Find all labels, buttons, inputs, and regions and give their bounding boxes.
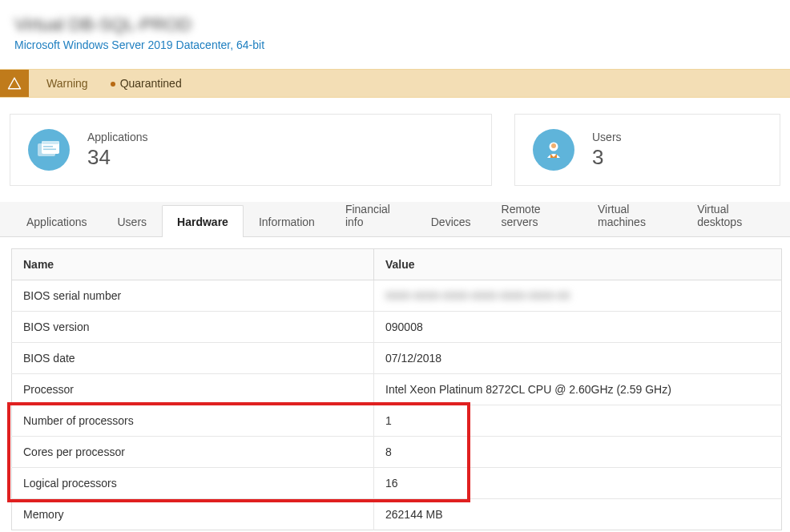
warning-label: Warning [46,77,88,90]
svg-rect-3 [43,146,53,147]
summary-cards: Applications 34 Users 3 [0,98,790,202]
tab-virtual-machines[interactable]: Virtual machines [582,192,682,237]
table-row: ProcessorIntel Xeon Platinum 8272CL CPU … [12,374,782,405]
os-subtitle[interactable]: Microsoft Windows Server 2019 Datacenter… [14,38,776,51]
users-count: 3 [592,145,622,170]
cell-value: 8 [374,437,782,468]
quarantine-status: Quarantined [111,77,182,90]
cell-value: 0000-0000-0000-0000-0000-0000-00 [374,280,782,312]
table-row: Cores per processor8 [12,437,782,468]
cell-value: 090008 [374,312,782,343]
tab-financial-info[interactable]: Financial info [330,192,416,237]
cell-name: Number of processors [12,405,374,437]
tabs-bar: ApplicationsUsersHardwareInformationFina… [0,202,790,237]
users-label: Users [592,131,622,143]
table-row: Number of processors1 [12,405,782,437]
applications-icon [28,129,70,171]
page-title: Virtual DB-SQL-PROD [14,14,776,35]
col-header-name[interactable]: Name [12,249,374,280]
tab-remote-servers[interactable]: Remote servers [486,192,582,237]
cell-name: Memory [12,499,374,530]
cell-value: 262144 MB [374,499,782,530]
cell-name: Logical processors [12,468,374,499]
cell-name: Processor [12,374,374,405]
tab-information[interactable]: Information [244,205,330,237]
applications-card[interactable]: Applications 34 [10,114,492,186]
cell-name: BIOS version [12,312,374,343]
tab-hardware[interactable]: Hardware [162,205,244,237]
cell-name: Cores per processor [12,437,374,468]
table-row: BIOS version090008 [12,312,782,343]
svg-rect-4 [43,149,56,151]
svg-point-6 [551,143,556,148]
table-row: BIOS serial number0000-0000-0000-0000-00… [12,280,782,312]
tab-users[interactable]: Users [103,205,163,237]
table-row: BIOS date07/12/2018 [12,343,782,374]
hardware-table: Name Value BIOS serial number0000-0000-0… [11,248,782,530]
cell-value: 16 [374,468,782,499]
svg-rect-2 [42,141,59,144]
hardware-table-wrap: Name Value BIOS serial number0000-0000-0… [0,237,790,530]
table-row: Memory262144 MB [12,499,782,530]
tab-virtual-desktops[interactable]: Virtual desktops [682,192,779,237]
tab-applications[interactable]: Applications [11,205,103,237]
users-icon [533,129,574,171]
cell-value: 07/12/2018 [374,343,782,374]
page-header: Virtual DB-SQL-PROD Microsoft Windows Se… [0,0,790,62]
table-row: Logical processors16 [12,468,782,499]
warning-bar: Warning Quarantined [0,69,790,98]
cell-name: BIOS date [12,343,374,374]
cell-value: 1 [374,405,782,437]
warning-icon [0,70,29,97]
applications-count: 34 [87,145,148,170]
applications-label: Applications [87,131,148,143]
col-header-value[interactable]: Value [374,249,782,280]
users-card[interactable]: Users 3 [514,114,780,186]
cell-name: BIOS serial number [12,280,374,312]
cell-value: Intel Xeon Platinum 8272CL CPU @ 2.60GHz… [374,374,782,405]
tab-devices[interactable]: Devices [416,205,486,237]
